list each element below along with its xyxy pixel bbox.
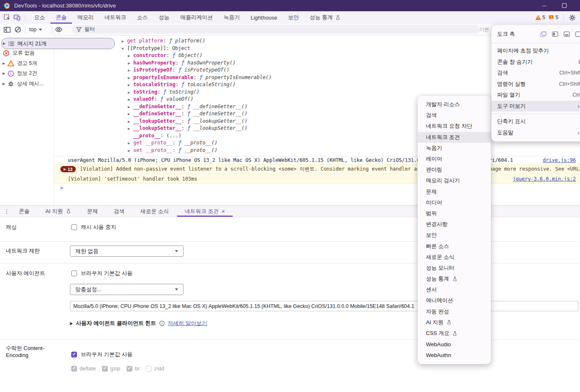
menu-item[interactable]: 단축키 표시	[491, 116, 580, 127]
maximize-button[interactable]	[558, 0, 570, 11]
issues-indicator[interactable]: 5	[548, 15, 558, 20]
menu-item[interactable]: CSS 개요	[418, 328, 491, 339]
menu-item[interactable]: 범위	[418, 208, 491, 219]
ua-preset-select[interactable]: 맞춤설정...	[70, 284, 184, 295]
warnings-indicator[interactable]: 5	[535, 15, 545, 20]
checkbox[interactable]	[71, 270, 77, 276]
menu-item[interactable]: 페이지에 초점 맞추기	[491, 45, 580, 57]
dock-left-icon[interactable]	[552, 32, 558, 37]
disable-cache-checkbox[interactable]: 캐시 사용 중지	[71, 223, 116, 231]
menu-item[interactable]: 미디어	[418, 197, 491, 208]
drawer-tab[interactable]: AI 지원	[37, 206, 79, 217]
menu-item[interactable]: 파일 열기 Ctrl+P	[491, 89, 580, 101]
throttling-select[interactable]: 제한 없음	[70, 246, 184, 257]
inspect-element-icon[interactable]	[3, 14, 11, 21]
menu-item[interactable]: 도구 더보기	[491, 101, 580, 112]
tree-expand-icon[interactable]: ▶	[128, 118, 133, 126]
menu-item[interactable]: 녹음기	[418, 143, 491, 154]
console-sidebar-item[interactable]: 정보 2건	[0, 69, 54, 79]
console-sidebar-toggle-icon[interactable]	[2, 25, 12, 34]
menu-item[interactable]: 새로운 소식	[418, 252, 491, 263]
tree-expand-icon[interactable]: ▶	[122, 38, 127, 45]
drawer-tab[interactable]: 문제	[79, 206, 106, 217]
menu-item[interactable]: 문제	[418, 186, 491, 197]
menu-item[interactable]: 레이어	[418, 154, 491, 164]
tree-expand-icon[interactable]: ▶	[128, 96, 133, 104]
menu-item[interactable]: 개발자 리소스	[418, 99, 491, 110]
device-toolbar-icon[interactable]	[13, 14, 21, 21]
live-expression-eye-icon[interactable]	[54, 25, 63, 34]
drawer-tab[interactable]: 네트워크 조건	[177, 206, 233, 217]
settings-gear-icon[interactable]	[569, 14, 576, 21]
menu-item[interactable]: 센서	[418, 284, 491, 295]
menu-item[interactable]: 성능 모니터	[418, 263, 491, 273]
menu-item[interactable]: 검색 Ctrl+Shift+F	[491, 67, 580, 79]
tree-expand-icon[interactable]: ▶	[128, 82, 133, 89]
more-tabs-kebab-icon[interactable]	[2, 208, 11, 215]
tree-expand-icon[interactable]: ▶	[128, 125, 133, 133]
console-prompt[interactable]	[54, 185, 63, 191]
tree-expand-icon[interactable]: ▶	[128, 60, 133, 67]
close-tab-icon[interactable]	[222, 208, 225, 214]
menu-item[interactable]: 네트워크 조건	[418, 132, 491, 143]
panel-tab[interactable]: 성능 통계	[304, 11, 346, 24]
undock-icon[interactable]	[540, 32, 546, 37]
panel-tab[interactable]: 콘솔	[50, 11, 72, 24]
panel-tab[interactable]: 요소	[29, 11, 50, 24]
menu-item[interactable]: 보안	[418, 230, 491, 241]
menu-item[interactable]: 렌더링	[418, 164, 491, 175]
panel-tab[interactable]: Lighthouse	[245, 11, 283, 24]
panel-tab[interactable]: 녹음기	[218, 11, 245, 24]
tree-expand-icon[interactable]: ▶	[128, 104, 133, 111]
tree-expand-icon[interactable]: ▶	[128, 89, 133, 97]
tree-expand-icon[interactable]: ▶	[128, 74, 133, 82]
menu-item[interactable]: WebAuthn	[418, 350, 491, 360]
tree-expand-icon[interactable]: ▶	[128, 52, 133, 60]
menu-item[interactable]: 명령어 실행 Ctrl+Shift+P	[491, 79, 580, 90]
panel-tab[interactable]: 소스	[132, 11, 153, 24]
drawer-tab[interactable]: 새로운 소식	[132, 206, 177, 217]
tree-expand-icon[interactable]: ▶	[128, 67, 133, 74]
source-link[interactable]: jquery-3.6.0.min.js:2	[513, 176, 580, 182]
checkbox[interactable]	[71, 352, 77, 357]
menu-item[interactable]: 성능 통계	[418, 273, 491, 284]
console-filter-input[interactable]: 필터	[72, 25, 479, 34]
source-link[interactable]: drive.js:96	[543, 157, 580, 163]
console-sidebar-item[interactable]: 경고 5개	[0, 58, 54, 69]
drawer-tab[interactable]: 콘솔	[11, 206, 37, 217]
repeat-count-badge[interactable]: 13	[60, 166, 76, 172]
panel-tab[interactable]: 애플리케이션	[175, 11, 218, 24]
learn-more-link[interactable]: 자세히 알아보기	[168, 320, 207, 327]
menu-item[interactable]: AI 지원	[418, 317, 491, 328]
menu-item[interactable]: 메모리 검사기	[418, 175, 491, 186]
menu-item[interactable]: 애니메이션	[418, 295, 491, 306]
dock-bottom-icon[interactable]	[564, 32, 570, 37]
console-sidebar-item[interactable]: 상세 메시...	[0, 79, 54, 89]
encoding-browser-default-checkbox[interactable]: 브라우저 기본값 사용	[71, 351, 132, 358]
panel-tab[interactable]: 메모리	[72, 11, 99, 24]
menu-item[interactable]: 변경사항	[418, 219, 491, 230]
console-sidebar-item[interactable]: 오류 없음	[0, 48, 54, 59]
panel-tab[interactable]: 성능	[153, 11, 175, 24]
panel-tab[interactable]: 네트워크	[99, 11, 132, 24]
ua-string-input[interactable]	[70, 301, 578, 311]
drawer-tab[interactable]: 검색	[106, 206, 132, 217]
ua-browser-default-checkbox[interactable]: 브라우저 기본값 사용	[71, 270, 132, 277]
minimize-button[interactable]	[538, 0, 550, 11]
tree-expand-icon[interactable]: ▶	[128, 147, 133, 155]
menu-item[interactable]: WebAudio	[418, 339, 491, 350]
menu-item[interactable]: 자동 완성	[418, 306, 491, 317]
expand-arrow-icon[interactable]	[70, 321, 73, 325]
tree-row[interactable]: ▶set __proto__ƒ __proto__()	[54, 147, 580, 154]
menu-item[interactable]: 네트워크 요청 차단	[418, 121, 491, 131]
clear-console-icon[interactable]	[13, 25, 22, 34]
panel-tab[interactable]: 보안	[283, 11, 304, 24]
menu-item[interactable]: 빠른 소스	[418, 241, 491, 251]
menu-item[interactable]: 검색	[418, 110, 491, 121]
menu-item[interactable]: 콘솔 창 숨기기 Esc	[491, 57, 580, 68]
dock-right-icon[interactable]	[575, 32, 580, 37]
tree-expand-icon[interactable]: ▶	[128, 140, 133, 147]
javascript-context-dropdown[interactable]: top	[27, 25, 45, 34]
menu-item[interactable]: 도움말	[491, 127, 580, 139]
tree-expand-icon[interactable]: ▶	[128, 111, 133, 118]
